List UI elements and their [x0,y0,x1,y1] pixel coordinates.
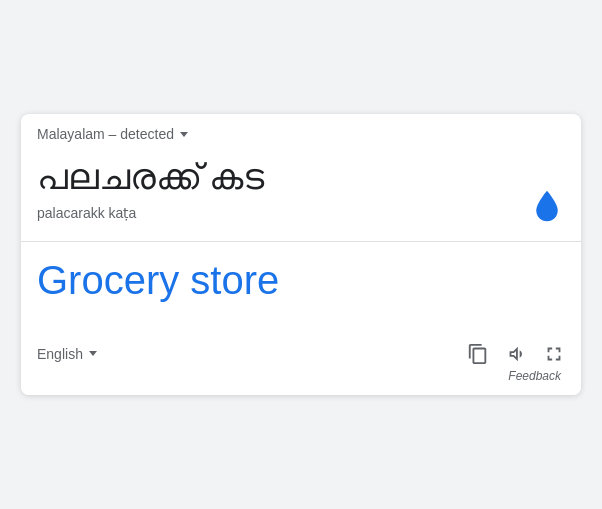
translation-text: Grocery store [37,258,565,303]
target-language-label: English [37,346,83,362]
source-text-malayalam: പലചരക്ക് കട [37,154,565,201]
fullscreen-icon [543,343,565,365]
speaker-target-button[interactable] [505,343,527,365]
copy-button[interactable] [467,343,489,365]
source-text-romanized: palacarakk kaṭa [37,205,565,221]
speaker-target-icon [505,343,527,365]
source-language-label: Malayalam – detected [37,126,174,142]
copy-icon [467,343,489,365]
chevron-down-icon [89,351,97,356]
source-header: Malayalam – detected [37,126,565,142]
translate-card: Malayalam – detected [21,114,581,395]
target-language-selector[interactable]: English [37,346,97,362]
target-panel: Grocery store English [21,242,581,395]
chevron-down-icon [180,132,188,137]
target-icon-group [467,343,565,365]
target-footer: English [37,343,565,365]
fullscreen-button[interactable] [543,343,565,365]
source-language-selector[interactable]: Malayalam – detected [37,126,188,142]
source-panel: Malayalam – detected [21,114,581,242]
water-drop-icon [533,189,561,227]
feedback-link[interactable]: Feedback [37,369,565,383]
